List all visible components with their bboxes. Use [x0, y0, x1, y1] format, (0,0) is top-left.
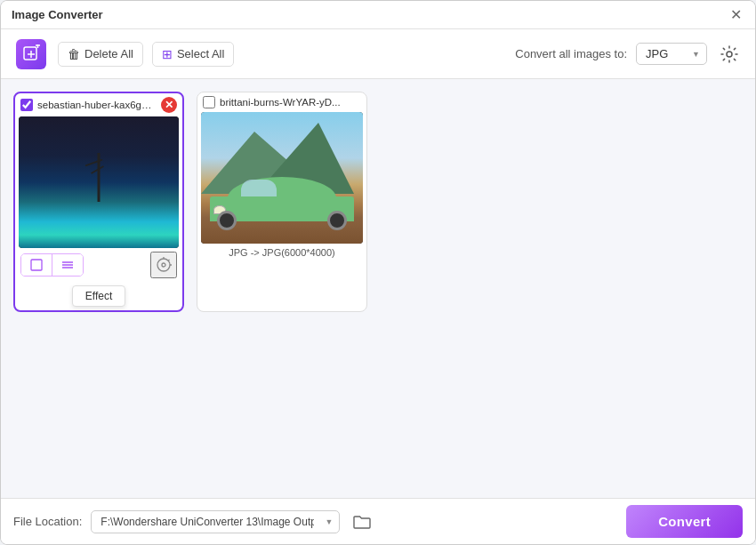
image-checkbox-1[interactable]: [20, 99, 33, 111]
path-input[interactable]: [91, 510, 340, 533]
svg-line-13: [168, 260, 170, 261]
window-title: Image Converter: [12, 8, 103, 21]
wheel-right: [327, 211, 347, 230]
car-body: [210, 170, 354, 221]
toolbar: 🗑 Delete All ⊞ Select All Convert all im…: [1, 29, 755, 79]
delete-all-button[interactable]: 🗑 Delete All: [58, 42, 143, 67]
toolbar-right: Convert all images to: JPG PNG BMP WEBP …: [515, 41, 743, 68]
image-thumb-2: [201, 112, 363, 244]
settings-button[interactable]: [716, 41, 743, 68]
convert-button[interactable]: Convert: [626, 505, 743, 538]
image-actions-1: [19, 248, 179, 280]
windshield: [241, 180, 277, 197]
browse-folder-button[interactable]: [349, 509, 375, 535]
path-input-wrapper: [91, 510, 340, 533]
image-header-2: brittani-burns-WrYAR-yD...: [201, 96, 363, 108]
image-footer-2: JPG -> JPG(6000*4000): [201, 244, 363, 263]
resize-button-1[interactable]: [21, 254, 52, 276]
svg-rect-0: [24, 47, 36, 60]
effect-tooltip: Effect: [72, 285, 125, 307]
effect-wrapper-1: [150, 252, 177, 278]
image-preview-1: [19, 116, 179, 248]
select-icon: ⊞: [162, 47, 173, 61]
select-all-button[interactable]: ⊞ Select All: [152, 42, 234, 67]
convert-all-label: Convert all images to:: [515, 47, 627, 60]
tree-decoration: [98, 153, 101, 202]
svg-point-11: [162, 263, 165, 267]
image-thumb-1: [19, 116, 179, 248]
add-image-button[interactable]: [13, 36, 49, 72]
file-location-label: File Location:: [13, 515, 82, 528]
main-area: sebastian-huber-kax6gD... ✕: [1, 79, 755, 498]
image-preview-2: [201, 112, 363, 244]
action-buttons-1: [20, 253, 84, 277]
format-select[interactable]: JPG PNG BMP WEBP TIFF GIF: [636, 43, 707, 65]
trash-icon: 🗑: [68, 47, 80, 61]
effect-tooltip-area: Effect: [19, 285, 179, 307]
titlebar: Image Converter ✕: [1, 1, 755, 29]
format-select-wrapper: JPG PNG BMP WEBP TIFF GIF: [636, 43, 707, 65]
wheel-left: [217, 211, 237, 230]
image-checkbox-2[interactable]: [203, 96, 215, 108]
image-name-2: brittani-burns-WrYAR-yD...: [220, 97, 361, 108]
image-card-1: sebastian-huber-kax6gD... ✕: [13, 92, 184, 312]
add-icon: [16, 39, 46, 69]
app-window: Image Converter ✕ 🗑 Delete All ⊞ Select …: [0, 0, 756, 545]
image-card-2: brittani-burns-WrYAR-yD...: [197, 92, 367, 312]
svg-point-5: [727, 52, 732, 57]
image-name-1: sebastian-huber-kax6gD...: [37, 100, 157, 110]
close-button[interactable]: ✕: [727, 6, 744, 24]
effect-button-1[interactable]: [150, 252, 177, 278]
svg-rect-6: [31, 260, 42, 270]
footer: File Location: Convert: [1, 498, 755, 544]
conversion-info-2: JPG -> JPG(6000*4000): [229, 247, 335, 258]
image-header-1: sebastian-huber-kax6gD... ✕: [19, 97, 179, 113]
adjust-button-1[interactable]: [52, 254, 83, 276]
remove-image-1-button[interactable]: ✕: [161, 97, 177, 113]
images-grid: sebastian-huber-kax6gD... ✕: [13, 92, 743, 312]
